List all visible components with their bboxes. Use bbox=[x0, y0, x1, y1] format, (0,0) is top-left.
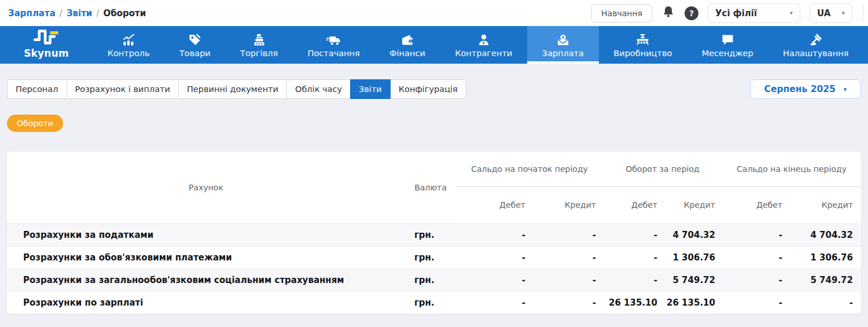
factory-machine-icon bbox=[635, 32, 650, 47]
nav-item-label: Фінанси bbox=[389, 49, 425, 58]
sub-header-debit: Дебет bbox=[603, 186, 664, 223]
opening-credit-cell: - bbox=[532, 269, 603, 291]
account-name: Розрахунки за загальнообов'язковим соціа… bbox=[7, 269, 405, 291]
closing-credit-cell: - bbox=[789, 291, 861, 314]
column-header-account: Рахунок bbox=[7, 152, 405, 223]
turnover-credit-cell: 26 135.10 bbox=[664, 291, 722, 314]
tab-calculation-payments[interactable]: Розрахунок і виплати bbox=[67, 79, 179, 99]
group-header-opening-balance: Сальдо на початок періоду bbox=[456, 152, 603, 186]
table-row[interactable]: Розрахунки за податками грн. - - - 4 704… bbox=[7, 223, 861, 246]
tab-personnel[interactable]: Персонал bbox=[7, 79, 67, 99]
closing-credit-cell: 1 306.76 bbox=[789, 246, 861, 269]
breadcrumb-link-salary[interactable]: Зарплата bbox=[8, 8, 56, 19]
opening-debit-cell: - bbox=[456, 223, 532, 246]
report-type-row: Обороти bbox=[7, 115, 861, 132]
turnover-credit-cell: 4 704.32 bbox=[664, 223, 722, 246]
sub-header-credit: Кредит bbox=[664, 186, 722, 223]
opening-debit-cell: - bbox=[456, 269, 532, 291]
language-select[interactable]: UA ▾ bbox=[810, 3, 852, 23]
salary-envelope-icon bbox=[556, 32, 571, 47]
breadcrumb-link-reports[interactable]: Звіти bbox=[67, 8, 93, 19]
notification-bell-button[interactable] bbox=[661, 5, 675, 21]
table-row[interactable]: Розрахунки за обов'язковими платежами гр… bbox=[7, 246, 861, 269]
tab-primary-documents[interactable]: Первинні документи bbox=[178, 79, 287, 99]
chart-growth-icon bbox=[121, 32, 136, 47]
ukraine-flag-icon bbox=[50, 28, 58, 31]
closing-credit-cell: 4 704.32 bbox=[789, 223, 861, 246]
nav-item-finance[interactable]: Фінанси bbox=[374, 26, 440, 64]
topbar: Зарплата / Звіти / Обороти Навчання ? Ус… bbox=[0, 0, 868, 26]
nav-item-label: Контрагенти bbox=[455, 49, 512, 58]
nav-item-control[interactable]: Контроль bbox=[93, 26, 164, 64]
breadcrumb-separator: / bbox=[96, 8, 99, 19]
cash-register-icon bbox=[252, 32, 267, 47]
tab-configuration[interactable]: Конфігурація bbox=[390, 79, 466, 99]
currency-cell: грн. bbox=[405, 223, 456, 246]
nav-item-label: Виробництво bbox=[613, 49, 672, 58]
language-select-value: UA bbox=[817, 8, 830, 19]
opening-credit-cell: - bbox=[532, 223, 603, 246]
branch-select[interactable]: Усі філії ▾ bbox=[708, 3, 800, 23]
nav-item-trade[interactable]: Торгівля bbox=[225, 26, 292, 64]
sub-header-debit: Дебет bbox=[722, 186, 789, 223]
nav-item-label: Контроль bbox=[108, 49, 150, 58]
help-button[interactable]: ? bbox=[685, 6, 698, 20]
turnover-credit-cell: 1 306.76 bbox=[664, 246, 722, 269]
nav-item-settings[interactable]: Налаштування bbox=[768, 26, 863, 64]
chevron-down-icon: ▾ bbox=[844, 86, 847, 93]
nav-item-label: Зарплата bbox=[542, 49, 584, 58]
turnover-report-badge[interactable]: Обороти bbox=[7, 115, 63, 132]
closing-credit-cell: 5 749.72 bbox=[789, 269, 861, 291]
closing-debit-cell: - bbox=[722, 223, 789, 246]
group-header-closing-balance: Сальдо на кінець періоду bbox=[722, 152, 861, 186]
closing-debit-cell: - bbox=[722, 246, 789, 269]
chat-bubble-icon bbox=[720, 32, 735, 47]
help-icon: ? bbox=[685, 6, 698, 20]
opening-credit-cell: - bbox=[532, 291, 603, 314]
chevron-down-icon: ▾ bbox=[841, 9, 845, 17]
opening-debit-cell: - bbox=[456, 291, 532, 314]
account-name: Розрахунки по зарплаті bbox=[7, 291, 405, 314]
closing-debit-cell: - bbox=[722, 269, 789, 291]
nav-item-counterparties[interactable]: Контрагенти bbox=[440, 26, 527, 64]
account-name: Розрахунки за податками bbox=[7, 223, 405, 246]
training-button[interactable]: Навчання bbox=[591, 4, 652, 23]
nav-item-production[interactable]: Виробництво bbox=[599, 26, 687, 64]
logo-text: Skynum bbox=[24, 47, 69, 59]
nav-item-goods[interactable]: Товари bbox=[164, 26, 225, 64]
group-header-period-turnover: Оборот за період bbox=[603, 152, 722, 186]
account-name: Розрахунки за обов'язковими платежами bbox=[7, 246, 405, 269]
delivery-truck-icon bbox=[326, 32, 341, 47]
table-row[interactable]: Розрахунки за загальнообов'язковим соціа… bbox=[7, 269, 861, 291]
turnover-debit-cell: - bbox=[603, 269, 664, 291]
sub-header-credit: Кредит bbox=[789, 186, 861, 223]
closing-debit-cell: - bbox=[722, 291, 789, 314]
column-header-currency: Валюта bbox=[405, 152, 456, 223]
turnover-credit-cell: 5 749.72 bbox=[664, 269, 722, 291]
nav-item-messenger[interactable]: Месенджер bbox=[687, 26, 768, 64]
wallet-icon bbox=[400, 32, 415, 47]
table-row[interactable]: Розрахунки по зарплаті грн. - - 26 135.1… bbox=[7, 291, 861, 314]
period-select[interactable]: Серпень 2025 ▾ bbox=[750, 79, 861, 99]
nav-item-label: Месенджер bbox=[702, 49, 753, 58]
opening-debit-cell: - bbox=[456, 246, 532, 269]
sub-header-debit: Дебет bbox=[456, 186, 532, 223]
price-tag-icon bbox=[187, 32, 202, 47]
tab-time-tracking[interactable]: Облік часу bbox=[286, 79, 351, 99]
turnover-table-card: Рахунок Валюта Сальдо на початок періоду… bbox=[7, 152, 861, 314]
main-navbar: Skynum Контроль Товари bbox=[0, 26, 868, 64]
bell-icon bbox=[661, 5, 675, 21]
tab-reports[interactable]: Звіти bbox=[350, 79, 391, 99]
currency-cell: грн. bbox=[405, 246, 456, 269]
nav-item-label: Постачання bbox=[308, 49, 360, 58]
nav-item-salary[interactable]: Зарплата bbox=[527, 26, 599, 64]
nav-logo-skynum[interactable]: Skynum bbox=[0, 26, 93, 64]
nav-item-supply[interactable]: Постачання bbox=[293, 26, 375, 64]
nav-item-label: Налаштування bbox=[783, 49, 848, 58]
currency-cell: грн. bbox=[405, 269, 456, 291]
turnover-debit-cell: - bbox=[603, 246, 664, 269]
period-select-value: Серпень 2025 bbox=[764, 84, 836, 94]
page-content: Персонал Розрахунок і виплати Первинні д… bbox=[0, 79, 868, 314]
topbar-divider bbox=[863, 5, 863, 21]
breadcrumb-separator: / bbox=[60, 8, 62, 19]
